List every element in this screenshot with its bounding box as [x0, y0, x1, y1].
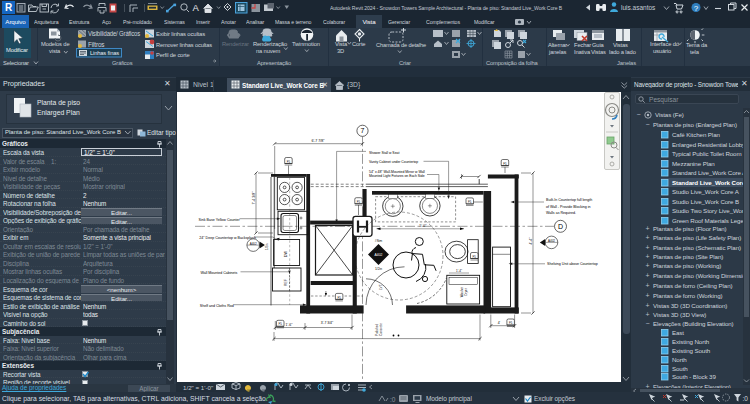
svg-text:7: 7	[361, 127, 365, 134]
svg-text:Built-In Countertop full lengt: Built-In Countertop full length	[546, 198, 592, 202]
svg-text:Shelving Unit above Countertop: Shelving Unit above Countertop	[547, 262, 598, 266]
svg-text:F5: F5	[468, 200, 472, 204]
svg-text:24" Deep Countertop w Backspla: 24" Deep Countertop w Backsplash	[199, 236, 256, 240]
svg-text:4'-4": 4'-4"	[529, 237, 533, 245]
svg-text:F5: F5	[503, 162, 507, 166]
svg-text:F5: F5	[337, 296, 341, 300]
svg-text:Concrete: Concrete	[379, 323, 383, 336]
svg-text:A402: A402	[375, 253, 383, 257]
svg-text:Twinmotion: Twinmotion	[292, 41, 320, 47]
svg-text:Remover linhas ocultas: Remover linhas ocultas	[156, 42, 212, 48]
svg-text:Criar: Criar	[399, 60, 411, 66]
svg-text:7'-4 3/8": 7'-4 3/8"	[252, 191, 256, 205]
svg-text:Filtros: Filtros	[88, 41, 104, 48]
svg-text:4': 4'	[498, 321, 501, 325]
svg-text:Renderização: Renderização	[253, 41, 287, 47]
svg-text:D: D	[558, 223, 563, 230]
svg-text:#Sim: #Sim	[375, 239, 383, 243]
svg-text:F5: F5	[509, 321, 513, 325]
svg-text:1'-6": 1'-6"	[286, 323, 294, 327]
svg-text:1/2in: 1/2in	[265, 243, 269, 250]
svg-text:Modificar: Modificar	[6, 47, 28, 53]
svg-text:Fechar: Fechar	[574, 42, 591, 48]
svg-text::0: :0	[390, 396, 396, 403]
svg-text::0: :0	[743, 395, 749, 402]
svg-text:F5: F5	[473, 255, 477, 259]
svg-text:Exibir linhas ocultas: Exibir linhas ocultas	[156, 31, 205, 37]
svg-text:Vistas: Vistas	[613, 42, 628, 48]
svg-text:usuário: usuário	[653, 48, 671, 54]
svg-text:Selecionar: Selecionar	[3, 60, 29, 66]
svg-text:Gráficos: Gráficos	[112, 60, 133, 66]
svg-text:Polished: Polished	[375, 324, 379, 336]
svg-text:Interface do: Interface do	[650, 41, 679, 47]
svg-text:Chamada de detalhe: Chamada de detalhe	[376, 42, 426, 48]
svg-text:A: A	[193, 2, 200, 13]
svg-text:Modelos de: Modelos de	[41, 41, 69, 47]
svg-text:DW: DW	[284, 250, 288, 257]
svg-text:Alternar: Alternar	[548, 42, 567, 48]
svg-text:Apresentação: Apresentação	[257, 60, 291, 66]
svg-text:6'-7 7/8": 6'-7 7/8"	[311, 139, 325, 143]
svg-text:Vista: Vista	[335, 41, 348, 47]
svg-text:?: ?	[694, 4, 699, 13]
svg-text:1'-4": 1'-4"	[456, 269, 462, 273]
svg-text:vista: vista	[49, 48, 61, 54]
svg-text:luis.asantos: luis.asantos	[621, 4, 656, 11]
svg-text:1/2in: 1/2in	[375, 267, 382, 271]
svg-text:Wall Mounted Cabinets: Wall Mounted Cabinets	[200, 271, 237, 275]
svg-text:Sink Base Yellow Counter: Sink Base Yellow Counter	[199, 218, 241, 222]
svg-text:janelas: janelas	[548, 49, 567, 55]
svg-text:Guia: Guia	[592, 42, 605, 48]
svg-text:54" x 48" Wall-Mounted Mirror: 54" x 48" Wall-Mounted Mirror w Wall	[369, 170, 425, 174]
svg-text:Vistas: Vistas	[591, 49, 606, 55]
svg-text:F5: F5	[279, 322, 283, 326]
svg-text:Composição da folha: Composição da folha	[486, 60, 539, 66]
svg-text:Perfil de corte: Perfil de corte	[156, 52, 190, 58]
svg-text:3'-7 3/4": 3'-7 3/4"	[321, 321, 334, 325]
svg-text:Renderizar: Renderizar	[222, 41, 249, 47]
svg-text:Corte: Corte	[352, 41, 365, 47]
svg-text:Vanity Cabinet under Counterto: Vanity Cabinet under Countertop	[369, 160, 418, 164]
svg-text:LVT: LVT	[379, 284, 383, 290]
svg-text:Shower Stall w Seat: Shower Stall w Seat	[369, 151, 399, 155]
svg-text:F5: F5	[287, 160, 291, 164]
svg-text:3D: 3D	[337, 48, 344, 54]
svg-text:F5: F5	[357, 200, 361, 204]
svg-text:Dryer: Dryer	[464, 288, 468, 295]
svg-text:lado a lado: lado a lado	[609, 49, 636, 55]
svg-text:Tema da: Tema da	[686, 42, 708, 48]
svg-text:REF: REF	[284, 279, 288, 286]
svg-text:Mounted Light Fixtures on Each: Mounted Light Fixtures on Each Side	[369, 174, 425, 178]
svg-text:Walls as Required.: Walls as Required.	[546, 211, 576, 215]
svg-text:5'-0": 5'-0"	[420, 224, 428, 228]
svg-text:Inativa: Inativa	[574, 49, 591, 55]
svg-text:of Wall - Provide Blocking in: of Wall - Provide Blocking in	[546, 205, 591, 209]
svg-text:tela: tela	[690, 49, 700, 55]
svg-text:Shelf and Cloths Rod: Shelf and Cloths Rod	[200, 304, 234, 308]
svg-text:na nuvem: na nuvem	[256, 48, 281, 54]
svg-text:Visibilidade/ Gráficos: Visibilidade/ Gráficos	[88, 30, 140, 37]
svg-text:Janelas: Janelas	[617, 60, 636, 66]
svg-text:Linhas finas: Linhas finas	[90, 50, 119, 56]
